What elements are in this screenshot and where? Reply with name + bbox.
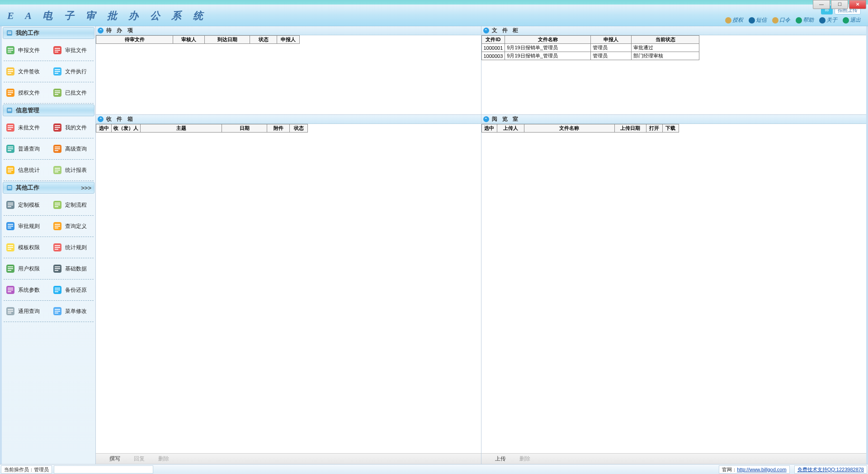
item-icon [5,44,16,56]
sidebar-item-菜单修改[interactable]: 菜单修改 [49,301,96,322]
sidebar-section-我的工作[interactable]: 我的工作 [3,27,94,39]
col-header[interactable]: 打开 [646,124,662,133]
svg-rect-21 [8,92,13,93]
sidebar-item-审批文件[interactable]: 审批文件 [49,40,96,61]
header: E A 电 子 审 批 办 公 系 统 ∞ 拍照上传 授权短信口令帮助关于退出 [0,5,868,26]
svg-rect-88 [55,270,58,271]
grid: 文件ID文件名称申报人当前状态10000019月19日报销单_管理员管理员审批通… [481,35,700,60]
table-row[interactable]: 10000039月19日报销单_管理员管理员部门经理审核 [481,52,699,60]
minimize-button[interactable]: — [813,0,830,9]
item-icon [52,263,63,275]
collapse-icon[interactable]: ⌃ [483,28,489,33]
col-header[interactable]: 申报人 [277,36,300,44]
item-icon [52,220,63,232]
col-header[interactable]: 审核人 [173,36,205,44]
sidebar-item-未批文件[interactable]: 未批文件 [2,117,49,138]
sidebar-item-审批规则[interactable]: 审批规则 [2,216,49,237]
col-header[interactable]: 附件 [267,124,290,133]
col-header[interactable]: 上传日期 [614,124,646,133]
svg-rect-103 [55,311,60,312]
toolbar-btn-上传[interactable]: 上传 [495,455,506,463]
header-link-短信[interactable]: 短信 [749,16,767,24]
svg-rect-48 [8,170,13,171]
col-header[interactable]: 状态 [290,124,308,133]
svg-rect-40 [8,148,13,149]
svg-rect-44 [55,148,60,149]
sidebar-item-信息统计[interactable]: 信息统计 [2,160,49,180]
svg-rect-4 [8,48,13,49]
sidebar-section-信息管理[interactable]: 信息管理 [3,104,94,116]
site-link[interactable]: 官网：http://www.billgod.com [719,465,789,474]
svg-rect-62 [55,203,60,204]
sidebar-item-普通查询[interactable]: 普通查询 [2,138,49,159]
link-icon [843,17,849,24]
section-icon [6,29,13,37]
sidebar-item-用户权限[interactable]: 用户权限 [2,258,49,279]
grid: 待审文件审核人到达日期状态申报人 [96,35,300,44]
pane-inbox: ⌃收 件 箱 选中收（发）人主题日期附件状态 撰写回复删除 [96,115,481,464]
item-icon [52,66,63,77]
support-link[interactable]: 免费技术支持QQ:1223982878 [794,465,867,474]
collapse-icon[interactable]: ⌃ [98,116,104,122]
sidebar-item-统计报表[interactable]: 统计报表 [49,160,96,180]
pane-todo: ⌃待 办 项 待审文件审核人到达日期状态申报人 [96,26,481,114]
toolbar-btn-撰写[interactable]: 撰写 [109,455,120,463]
header-link-关于[interactable]: 关于 [819,16,837,24]
sidebar-item-授权文件[interactable]: 授权文件 [2,82,49,103]
sidebar-item-模板权限[interactable]: 模板权限 [2,237,49,258]
sidebar-item-申报文件[interactable]: 申报文件 [2,40,49,61]
col-header[interactable]: 主题 [141,124,222,133]
svg-rect-20 [8,90,13,91]
item-icon [52,87,63,99]
svg-rect-83 [8,268,13,269]
col-header[interactable]: 文件名称 [524,124,614,133]
sidebar-item-文件执行[interactable]: 文件执行 [49,61,96,82]
col-header[interactable]: 状态 [250,36,277,44]
sidebar-item-定制模板[interactable]: 定制模板 [2,194,49,215]
toolbar-btn-回复: 回复 [134,455,145,463]
sidebar-item-我的文件[interactable]: 我的文件 [49,117,96,138]
sidebar-item-已批文件[interactable]: 已批文件 [49,82,96,103]
close-button[interactable]: ✕ [849,0,866,9]
sidebar-item-备份还原[interactable]: 备份还原 [49,280,96,300]
col-header[interactable]: 上传人 [497,124,524,133]
sidebar-item-文件签收[interactable]: 文件签收 [2,61,49,82]
header-link-帮助[interactable]: 帮助 [796,16,814,24]
header-link-退出[interactable]: 退出 [843,16,861,24]
sidebar-item-系统参数[interactable]: 系统参数 [2,280,49,300]
svg-rect-31 [8,125,13,126]
svg-rect-39 [8,147,13,147]
col-header[interactable]: 文件ID [481,36,505,44]
sidebar-section-其他工作[interactable]: 其他工作>>> [3,182,94,194]
col-header[interactable]: 当前状态 [632,36,699,44]
svg-rect-71 [55,226,60,227]
maximize-button[interactable]: ☐ [831,0,848,9]
sidebar-item-基础数据[interactable]: 基础数据 [49,258,96,279]
col-header[interactable]: 选中 [481,124,497,133]
header-link-授权[interactable]: 授权 [725,16,743,24]
svg-rect-10 [55,52,58,52]
col-header[interactable]: 申报人 [591,36,632,44]
col-header[interactable]: 日期 [222,124,267,133]
sidebar-item-查询定义[interactable]: 查询定义 [49,216,96,237]
header-link-口令[interactable]: 口令 [772,16,790,24]
col-header[interactable]: 待审文件 [96,36,173,44]
col-header[interactable]: 收（发）人 [112,124,141,133]
col-header[interactable]: 选中 [96,124,112,133]
sidebar-item-统计规则[interactable]: 统计规则 [49,237,96,258]
section-icon [6,107,13,114]
sidebar-item-定制流程[interactable]: 定制流程 [49,194,96,215]
table-row[interactable]: 10000019月19日报销单_管理员管理员审批通过 [481,44,699,52]
svg-rect-64 [55,206,58,207]
sidebar-item-通用查询[interactable]: 通用查询 [2,301,49,322]
sidebar-item-高级查询[interactable]: 高级查询 [49,138,96,159]
item-icon [5,66,16,77]
item-icon [5,220,16,232]
collapse-icon[interactable]: ⌃ [98,28,104,33]
collapse-icon[interactable]: ⌃ [483,116,489,122]
col-header[interactable]: 文件名称 [505,36,591,44]
col-header[interactable]: 到达日期 [205,36,250,44]
col-header[interactable]: 下载 [662,124,679,133]
svg-rect-63 [55,204,60,205]
svg-rect-24 [55,90,60,91]
